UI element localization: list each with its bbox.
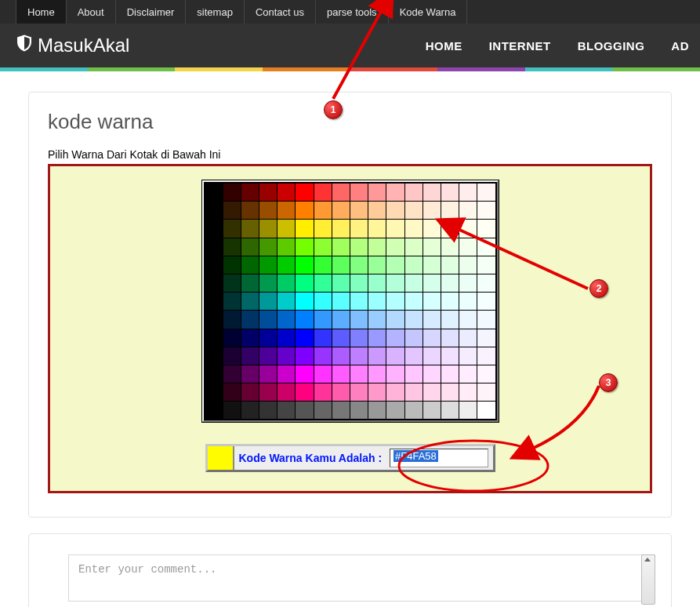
color-cell[interactable] [423,383,441,401]
color-cell[interactable] [241,311,259,328]
color-cell[interactable] [477,256,495,274]
color-cell[interactable] [477,402,495,419]
nav-internet[interactable]: INTERNET [489,39,551,53]
color-cell[interactable] [241,402,259,419]
color-cell[interactable] [386,274,404,292]
color-cell[interactable] [314,274,332,292]
color-cell[interactable] [477,347,495,365]
color-cell[interactable] [314,220,332,237]
color-cell[interactable] [386,329,404,347]
color-cell[interactable] [459,311,477,328]
color-cell[interactable] [241,220,259,237]
color-cell[interactable] [332,293,350,310]
color-cell[interactable] [259,311,277,328]
color-cell[interactable] [314,202,332,219]
topnav-parse[interactable]: parse tools [316,0,389,24]
color-cell[interactable] [241,274,259,292]
color-cell[interactable] [314,347,332,365]
color-cell[interactable] [386,256,404,274]
color-cell[interactable] [277,293,295,310]
color-cell[interactable] [205,256,223,274]
color-cell[interactable] [205,184,223,201]
color-cell[interactable] [332,220,350,237]
color-cell[interactable] [350,347,368,365]
color-cell[interactable] [459,293,477,310]
color-cell[interactable] [277,402,295,419]
color-cell[interactable] [332,311,350,328]
color-cell[interactable] [223,202,241,219]
color-cell[interactable] [277,202,295,219]
brand[interactable]: MasukAkal [17,35,129,56]
color-cell[interactable] [423,311,441,328]
color-cell[interactable] [223,293,241,310]
color-cell[interactable] [277,184,295,201]
color-cell[interactable] [332,402,350,419]
color-cell[interactable] [405,365,423,383]
color-cell[interactable] [223,220,241,237]
color-cell[interactable] [350,329,368,347]
color-cell[interactable] [259,238,277,256]
color-cell[interactable] [332,383,350,401]
color-cell[interactable] [296,402,313,419]
color-cell[interactable] [332,256,350,274]
color-cell[interactable] [441,202,459,219]
color-cell[interactable] [223,402,241,419]
color-cell[interactable] [459,347,477,365]
color-cell[interactable] [205,274,223,292]
color-cell[interactable] [423,202,441,219]
color-cell[interactable] [205,293,223,310]
color-cell[interactable] [241,293,259,310]
color-cell[interactable] [441,311,459,328]
color-cell[interactable] [241,202,259,219]
color-cell[interactable] [368,256,386,274]
color-cell[interactable] [277,220,295,237]
color-cell[interactable] [405,311,423,328]
color-cell[interactable] [259,347,277,365]
color-cell[interactable] [441,347,459,365]
color-cell[interactable] [477,365,495,383]
color-cell[interactable] [459,238,477,256]
color-cell[interactable] [296,238,313,256]
color-cell[interactable] [350,256,368,274]
color-cell[interactable] [423,402,441,419]
color-cell[interactable] [368,402,386,419]
color-cell[interactable] [423,293,441,310]
color-cell[interactable] [368,329,386,347]
color-cell[interactable] [259,274,277,292]
color-cell[interactable] [441,238,459,256]
color-cell[interactable] [205,329,223,347]
color-cell[interactable] [405,274,423,292]
color-cell[interactable] [205,365,223,383]
scrollbar[interactable] [641,554,655,605]
topnav-kodewarna[interactable]: Kode Warna [389,0,468,24]
color-cell[interactable] [423,329,441,347]
color-cell[interactable] [350,220,368,237]
color-cell[interactable] [441,256,459,274]
color-cell[interactable] [459,220,477,237]
color-cell[interactable] [350,238,368,256]
color-cell[interactable] [259,293,277,310]
color-cell[interactable] [259,329,277,347]
color-cell[interactable] [296,293,313,310]
color-cell[interactable] [459,383,477,401]
color-cell[interactable] [241,184,259,201]
color-cell[interactable] [459,365,477,383]
color-cell[interactable] [223,329,241,347]
color-cell[interactable] [350,293,368,310]
color-code-input[interactable]: #F4FA58 [390,449,488,467]
color-cell[interactable] [477,311,495,328]
color-cell[interactable] [368,311,386,328]
color-cell[interactable] [459,329,477,347]
color-cell[interactable] [477,202,495,219]
color-cell[interactable] [459,274,477,292]
color-cell[interactable] [205,220,223,237]
color-cell[interactable] [477,274,495,292]
color-cell[interactable] [368,184,386,201]
color-cell[interactable] [205,238,223,256]
color-cell[interactable] [350,274,368,292]
color-cell[interactable] [386,220,404,237]
color-cell[interactable] [296,274,313,292]
color-cell[interactable] [296,184,313,201]
color-cell[interactable] [241,329,259,347]
color-cell[interactable] [386,184,404,201]
